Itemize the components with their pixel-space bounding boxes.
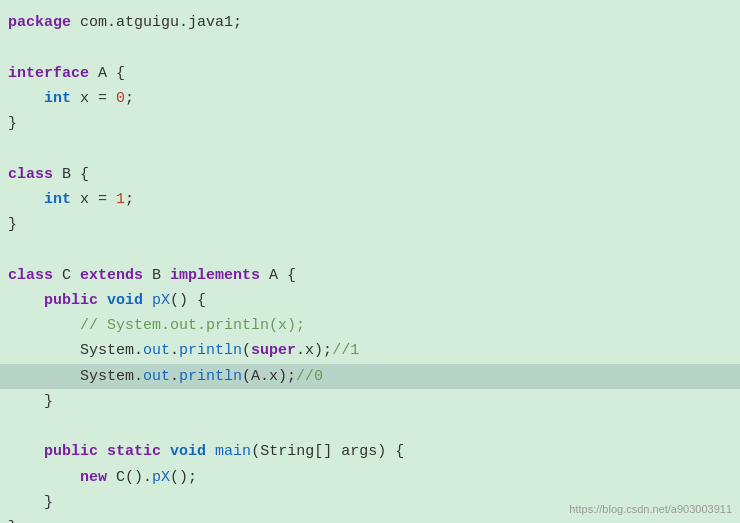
keyword-interface: interface	[8, 62, 89, 85]
code-text: }	[8, 112, 17, 135]
keyword-int2: int	[44, 188, 71, 211]
keyword-public: public	[44, 289, 98, 312]
method-px: pX	[152, 289, 170, 312]
code-text: ;	[125, 188, 134, 211]
code-line-16: }	[0, 389, 740, 414]
keyword-extends: extends	[80, 264, 143, 287]
code-text: x =	[71, 87, 116, 110]
code-text: .	[170, 365, 179, 388]
keyword-super: super	[251, 339, 296, 362]
code-indent	[8, 339, 80, 362]
code-text: A {	[260, 264, 296, 287]
keyword-new: new	[80, 466, 107, 489]
code-text: ;	[125, 87, 134, 110]
code-line-12: public void pX() {	[0, 288, 740, 313]
code-line-6	[0, 136, 740, 161]
code-line-19: new C().pX();	[0, 465, 740, 490]
field-out: out	[143, 339, 170, 362]
code-line-15: System.out.println(A.x);//0	[0, 364, 740, 389]
keyword-class2: class	[8, 264, 53, 287]
code-indent	[8, 314, 80, 337]
watermark: https://blog.csdn.net/a903003911	[569, 503, 732, 515]
code-text	[143, 289, 152, 312]
code-text: }	[8, 213, 17, 236]
code-line-21: }	[0, 515, 740, 523]
code-indent	[8, 491, 44, 514]
code-text: C().	[107, 466, 152, 489]
keyword-void2: void	[170, 440, 206, 463]
code-text: com.atguigu.java1;	[71, 11, 242, 34]
code-indent	[8, 365, 80, 388]
field-out2: out	[143, 365, 170, 388]
keyword-implements: implements	[170, 264, 260, 287]
code-text: B	[143, 264, 170, 287]
number-0: 0	[116, 87, 125, 110]
keyword-void: void	[107, 289, 143, 312]
code-indent	[8, 440, 44, 463]
keyword-static: static	[107, 440, 161, 463]
code-text	[161, 440, 170, 463]
code-line-11: class C extends B implements A {	[0, 263, 740, 288]
code-text	[98, 440, 107, 463]
method-main: main	[215, 440, 251, 463]
code-indent	[8, 289, 44, 312]
code-line-4: int x = 0;	[0, 86, 740, 111]
method-println: println	[179, 339, 242, 362]
code-line-5: }	[0, 111, 740, 136]
code-text: B {	[53, 163, 89, 186]
comment-1: // System.out.println(x);	[80, 314, 305, 337]
code-text: .x);	[296, 339, 332, 362]
comment-3: //0	[296, 365, 323, 388]
code-indent	[8, 188, 44, 211]
number-1: 1	[116, 188, 125, 211]
code-text: (	[242, 339, 251, 362]
code-line-17	[0, 414, 740, 439]
code-text: (A.x);	[242, 365, 296, 388]
code-indent	[8, 390, 44, 413]
code-text: }	[44, 491, 53, 514]
comment-2: //1	[332, 339, 359, 362]
code-line-2	[0, 35, 740, 60]
code-indent	[8, 87, 44, 110]
code-text: .	[170, 339, 179, 362]
code-text: ();	[170, 466, 197, 489]
code-text	[98, 289, 107, 312]
keyword-int: int	[44, 87, 71, 110]
code-line-9: }	[0, 212, 740, 237]
keyword-class: class	[8, 163, 53, 186]
method-println2: println	[179, 365, 242, 388]
keyword-package: package	[8, 11, 71, 34]
code-line-7: class B {	[0, 162, 740, 187]
code-text: (String[] args) {	[251, 440, 404, 463]
code-text: C	[53, 264, 80, 287]
code-text	[206, 440, 215, 463]
code-text: }	[8, 516, 17, 523]
code-line-8: int x = 1;	[0, 187, 740, 212]
code-line-18: public static void main(String[] args) {	[0, 439, 740, 464]
code-text: x =	[71, 188, 116, 211]
code-line-14: System.out.println(super.x);//1	[0, 338, 740, 363]
code-line-3: interface A {	[0, 61, 740, 86]
code-text: A {	[89, 62, 125, 85]
code-text: System.	[80, 365, 143, 388]
code-text: () {	[170, 289, 206, 312]
code-line-10	[0, 237, 740, 262]
code-line-13: // System.out.println(x);	[0, 313, 740, 338]
code-indent	[8, 466, 80, 489]
code-editor: package com.atguigu.java1; interface A {…	[0, 0, 740, 523]
method-px2: pX	[152, 466, 170, 489]
code-line-1: package com.atguigu.java1;	[0, 10, 740, 35]
code-text: System.	[80, 339, 143, 362]
keyword-public2: public	[44, 440, 98, 463]
code-text: }	[44, 390, 53, 413]
